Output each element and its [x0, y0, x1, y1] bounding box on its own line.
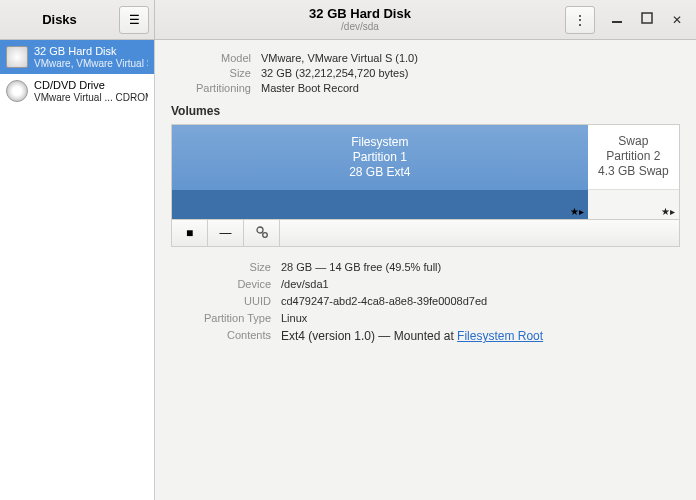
volume-size: 4.3 GB Swap: [598, 164, 669, 179]
detail-ptype-label: Partition Type: [171, 312, 271, 324]
model-label: Model: [171, 52, 251, 64]
detail-uuid-value: cd479247-abd2-4ca8-a8e8-39fe0008d7ed: [281, 295, 680, 307]
svg-point-3: [262, 232, 267, 237]
volume-partition-1[interactable]: Filesystem Partition 1 28 GB Ext4 ★▸: [172, 125, 588, 219]
app-title: Disks: [0, 12, 119, 27]
delete-partition-button[interactable]: —: [208, 220, 244, 246]
volume-name: Filesystem: [351, 135, 408, 150]
detail-contents-label: Contents: [171, 329, 271, 343]
mount-indicator-icon: ★▸: [570, 206, 584, 217]
disk-item-sub: VMware Virtual ... CDROM Drive: [34, 92, 148, 104]
app-menu-button[interactable]: ☰: [119, 6, 149, 34]
partitioning-label: Partitioning: [171, 82, 251, 94]
cd-icon: [6, 80, 28, 102]
hamburger-icon: ☰: [129, 13, 140, 27]
detail-device-value: /dev/sda1: [281, 278, 680, 290]
disk-title-block: 32 GB Hard Disk /dev/sda: [155, 7, 565, 32]
sidebar: 32 GB Hard Disk VMware, VMware Virtual S…: [0, 40, 155, 500]
headerbar-right: 32 GB Hard Disk /dev/sda ⋮ ✕: [155, 0, 696, 39]
detail-contents-value: Ext4 (version 1.0) — Mounted at Filesyst…: [281, 329, 680, 343]
stop-icon: ■: [186, 226, 193, 240]
disk-item-name: CD/DVD Drive: [34, 79, 148, 92]
mount-indicator-icon: ★▸: [661, 206, 675, 217]
detail-ptype-value: Linux: [281, 312, 680, 324]
svg-point-2: [257, 227, 263, 233]
content: Model VMware, VMware Virtual S (1.0) Siz…: [155, 40, 696, 500]
volume-details: Size 28 GB — 14 GB free (49.5% full) Dev…: [171, 261, 680, 343]
mount-point-link[interactable]: Filesystem Root: [457, 329, 543, 343]
minimize-button[interactable]: [604, 8, 630, 32]
unmount-button[interactable]: ■: [172, 220, 208, 246]
close-icon: ✕: [672, 13, 682, 27]
disk-list-item-hdd[interactable]: 32 GB Hard Disk VMware, VMware Virtual S: [0, 40, 154, 74]
disk-item-sub: VMware, VMware Virtual S: [34, 58, 148, 70]
hdd-icon: [6, 46, 28, 68]
maximize-icon: [641, 12, 653, 27]
main: 32 GB Hard Disk VMware, VMware Virtual S…: [0, 40, 696, 500]
drive-options-button[interactable]: ⋮: [565, 6, 595, 34]
headerbar: Disks ☰ 32 GB Hard Disk /dev/sda ⋮ ✕: [0, 0, 696, 40]
headerbar-left: Disks ☰: [0, 0, 155, 39]
volume-size: 28 GB Ext4: [349, 165, 410, 180]
size-value: 32 GB (32,212,254,720 bytes): [261, 67, 680, 79]
detail-size-value: 28 GB — 14 GB free (49.5% full): [281, 261, 680, 273]
kebab-icon: ⋮: [574, 13, 586, 27]
volumes-heading: Volumes: [171, 104, 680, 118]
partitioning-value: Master Boot Record: [261, 82, 680, 94]
volume-part: Partition 2: [606, 149, 660, 164]
disk-title: 32 GB Hard Disk: [155, 7, 565, 21]
window-controls: ⋮ ✕: [565, 1, 696, 39]
model-value: VMware, VMware Virtual S (1.0): [261, 52, 680, 64]
close-button[interactable]: ✕: [664, 8, 690, 32]
svg-rect-0: [612, 21, 622, 23]
maximize-button[interactable]: [634, 8, 660, 32]
minimize-icon: [611, 12, 623, 27]
detail-size-label: Size: [171, 261, 271, 273]
detail-device-label: Device: [171, 278, 271, 290]
volume-partition-2[interactable]: Swap Partition 2 4.3 GB Swap ★▸: [588, 125, 679, 219]
volume-name: Swap: [618, 134, 648, 149]
volumes-diagram: Filesystem Partition 1 28 GB Ext4 ★▸ Swa…: [171, 124, 680, 220]
size-label: Size: [171, 67, 251, 79]
minus-icon: —: [220, 226, 232, 240]
disk-item-name: 32 GB Hard Disk: [34, 45, 148, 58]
gears-icon: [255, 225, 269, 242]
volume-part: Partition 1: [353, 150, 407, 165]
detail-uuid-label: UUID: [171, 295, 271, 307]
volume-toolbar: ■ —: [171, 220, 680, 247]
disk-list-item-cd[interactable]: CD/DVD Drive VMware Virtual ... CDROM Dr…: [0, 74, 154, 108]
disk-subtitle: /dev/sda: [155, 21, 565, 32]
svg-rect-1: [642, 13, 652, 23]
drive-info: Model VMware, VMware Virtual S (1.0) Siz…: [171, 52, 680, 94]
volume-settings-button[interactable]: [244, 220, 280, 246]
